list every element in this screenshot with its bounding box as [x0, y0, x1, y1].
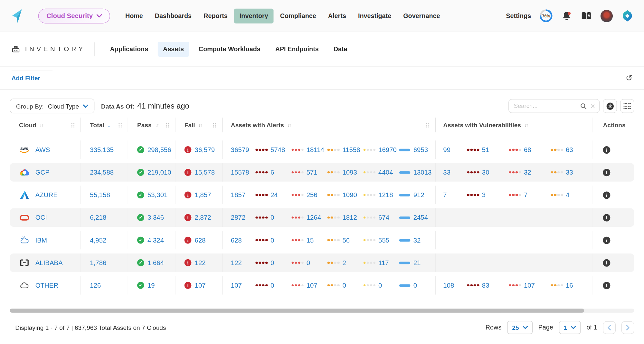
sort-icon[interactable]: ↓↑ [198, 122, 202, 128]
alerts-low-link[interactable]: 1218 [378, 191, 393, 199]
cloud-link[interactable]: IBM [35, 236, 47, 244]
total-link[interactable]: 6,218 [90, 214, 106, 221]
vulns-high-link[interactable]: 68 [524, 146, 531, 153]
sort-icon[interactable]: ↓↑ [155, 122, 158, 128]
tab-applications[interactable]: Applications [105, 42, 154, 56]
nav-item-inventory[interactable]: Inventory [234, 8, 273, 23]
pass-link[interactable]: 53,301 [147, 191, 167, 199]
vulns-medium-link[interactable]: 33 [566, 169, 573, 176]
pass-link[interactable]: 219,010 [147, 169, 171, 176]
usage-progress-ring[interactable]: 76% [540, 9, 553, 22]
cloud-link[interactable]: ALIBABA [35, 259, 63, 266]
tab-data[interactable]: Data [328, 42, 353, 56]
nav-item-home[interactable]: Home [120, 8, 148, 23]
page-select[interactable]: 1 [559, 321, 581, 334]
alerts-info-link[interactable]: 2454 [413, 214, 428, 221]
fail-link[interactable]: 107 [195, 282, 206, 289]
column-header-pass[interactable]: Pass↓↑ [128, 118, 175, 132]
cloud-link[interactable]: OTHER [35, 282, 58, 289]
row-info-button[interactable]: i [603, 146, 610, 153]
cloud-link[interactable]: AZURE [35, 191, 58, 199]
alerts-critical-link[interactable]: 0 [270, 214, 274, 221]
tab-assets[interactable]: Assets [158, 42, 189, 56]
alerts-total-link[interactable]: 15578 [231, 169, 256, 176]
vulns-high-link[interactable]: 32 [524, 169, 531, 176]
alerts-high-link[interactable]: 18114 [307, 146, 324, 153]
total-link[interactable]: 234,588 [90, 169, 114, 176]
total-link[interactable]: 335,135 [90, 146, 114, 153]
fail-link[interactable]: 1,857 [195, 191, 211, 199]
column-settings-button[interactable] [620, 99, 634, 113]
sort-icon[interactable]: ↓↑ [524, 122, 528, 128]
alerts-critical-link[interactable]: 0 [270, 282, 274, 289]
alerts-total-link[interactable]: 122 [231, 259, 256, 266]
nav-item-investigate[interactable]: Investigate [353, 8, 396, 23]
alerts-low-link[interactable]: 674 [378, 214, 389, 221]
alerts-critical-link[interactable]: 0 [270, 236, 274, 244]
vulns-total-link[interactable]: 108 [443, 282, 467, 289]
drag-handle-icon[interactable] [118, 122, 122, 128]
alerts-medium-link[interactable]: 1093 [342, 169, 357, 176]
tab-api-endpoints[interactable]: API Endpoints [270, 42, 324, 56]
rows-per-page-select[interactable]: 25 [507, 321, 533, 334]
column-header-assets-with-alerts[interactable]: Assets with Alerts↓↑ [223, 118, 436, 132]
vulns-total-link[interactable]: 99 [443, 146, 467, 153]
alerts-total-link[interactable]: 1857 [231, 191, 256, 199]
vulns-critical-link[interactable]: 30 [482, 169, 489, 176]
drag-handle-icon[interactable] [71, 122, 75, 128]
alerts-medium-link[interactable]: 0 [342, 282, 346, 289]
vulns-high-link[interactable]: 107 [524, 282, 535, 289]
clear-search-icon[interactable]: × [590, 102, 595, 110]
alerts-critical-link[interactable]: 24 [270, 191, 278, 199]
pass-link[interactable]: 298,556 [147, 146, 171, 153]
nav-item-compliance[interactable]: Compliance [275, 8, 321, 23]
download-button[interactable] [603, 99, 617, 113]
pass-link[interactable]: 3,346 [147, 214, 164, 221]
row-info-button[interactable]: i [603, 236, 610, 244]
cloud-link[interactable]: GCP [35, 169, 50, 176]
alerts-total-link[interactable]: 2872 [231, 214, 256, 221]
alerts-total-link[interactable]: 628 [231, 236, 256, 244]
alerts-high-link[interactable]: 15 [307, 236, 314, 244]
vulns-medium-link[interactable]: 16 [566, 282, 573, 289]
nav-item-reports[interactable]: Reports [198, 8, 233, 23]
alerts-high-link[interactable]: 107 [307, 282, 317, 289]
row-info-button[interactable]: i [603, 191, 610, 199]
alerts-info-link[interactable]: 13013 [413, 169, 432, 176]
alerts-info-link[interactable]: 6953 [413, 146, 428, 153]
pass-link[interactable]: 4,324 [147, 236, 164, 244]
next-page-button[interactable] [621, 321, 634, 334]
pass-link[interactable]: 1,664 [147, 259, 164, 266]
alerts-critical-link[interactable]: 5748 [270, 146, 285, 153]
alerts-high-link[interactable]: 0 [307, 259, 310, 266]
alerts-info-link[interactable]: 0 [413, 282, 417, 289]
alerts-info-link[interactable]: 32 [413, 236, 421, 244]
column-header-fail[interactable]: Fail↓↑ [175, 118, 223, 132]
fail-link[interactable]: 628 [195, 236, 206, 244]
alerts-low-link[interactable]: 0 [378, 282, 382, 289]
group-by-dropdown[interactable]: Group By: Cloud Type [10, 99, 95, 113]
reset-filters-icon[interactable]: ↺ [626, 74, 632, 82]
alerts-low-link[interactable]: 117 [378, 259, 389, 266]
fail-link[interactable]: 2,872 [195, 214, 211, 221]
alerts-medium-link[interactable]: 1812 [342, 214, 357, 221]
row-info-button[interactable]: i [603, 169, 610, 176]
nav-item-governance[interactable]: Governance [398, 8, 445, 23]
previous-page-button[interactable] [603, 321, 616, 334]
drag-handle-icon[interactable] [426, 122, 430, 128]
search-icon[interactable] [580, 102, 587, 110]
drag-handle-icon[interactable] [166, 122, 169, 128]
row-info-button[interactable]: i [603, 259, 610, 266]
settings-link[interactable]: Settings [506, 12, 531, 20]
vulns-total-link[interactable]: 7 [443, 191, 467, 199]
alerts-high-link[interactable]: 571 [307, 169, 317, 176]
alerts-info-link[interactable]: 912 [413, 191, 424, 199]
cloud-link[interactable]: OCI [35, 214, 47, 221]
total-link[interactable]: 126 [90, 282, 101, 289]
vulns-medium-link[interactable]: 4 [566, 191, 569, 199]
vulns-critical-link[interactable]: 3 [482, 191, 486, 199]
docs-book-icon[interactable] [581, 11, 592, 21]
alerts-critical-link[interactable]: 6 [270, 169, 274, 176]
alerts-low-link[interactable]: 16970 [378, 146, 397, 153]
alerts-low-link[interactable]: 555 [378, 236, 389, 244]
